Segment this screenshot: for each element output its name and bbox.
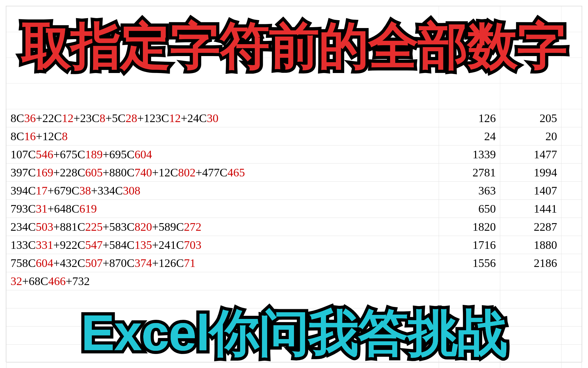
formula-red-segment: 12 (62, 112, 74, 125)
formula-red-segment: 8 (99, 112, 105, 125)
formula-red-segment: 546 (36, 148, 53, 161)
result-col-2[interactable]: 1994 (500, 164, 561, 182)
formula-cell[interactable]: 133C331+922C547+584C135+241C703 (6, 236, 439, 254)
formula-red-segment: 619 (79, 202, 97, 215)
formula-red-segment: 503 (36, 220, 53, 233)
table-row: 8C36+22C12+23C8+5C28+123C12+24C30126205 (6, 109, 582, 127)
result-col-2[interactable]: 205 (500, 109, 561, 127)
result-col-2[interactable]: 1477 (500, 145, 561, 164)
formula-red-segment: 820 (134, 220, 152, 233)
trailing-cell[interactable] (561, 164, 582, 182)
formula-cell[interactable]: 8C16+12C8 (6, 127, 439, 145)
formula-black-segment: +881C (53, 220, 85, 233)
formula-black-segment: 133C (10, 238, 36, 251)
formula-cell[interactable]: 397C169+228C605+880C740+12C802+477C465 (6, 164, 439, 182)
formula-red-segment: 604 (36, 256, 53, 270)
formula-cell[interactable]: 8C36+22C12+23C8+5C28+123C12+24C30 (6, 109, 439, 127)
result-col-1[interactable]: 1820 (439, 218, 500, 236)
formula-black-segment: +589C (152, 220, 184, 233)
formula-red-segment: 547 (85, 238, 103, 251)
formula-black-segment: +5C (105, 112, 125, 125)
result-col-1[interactable]: 1339 (439, 145, 500, 164)
formula-black-segment: +679C (48, 184, 79, 197)
trailing-cell[interactable] (561, 109, 582, 127)
formula-black-segment: +922C (53, 238, 85, 251)
formula-black-segment: 8C (10, 130, 24, 143)
trailing-cell[interactable] (561, 200, 582, 218)
table-row: 234C503+881C225+583C820+589C27218202287 (6, 218, 582, 236)
formula-black-segment: +870C (103, 256, 134, 270)
result-col-1[interactable]: 1716 (439, 236, 500, 254)
result-col-1[interactable]: 1556 (439, 254, 500, 272)
table-row: 32+68C466+732 (6, 272, 582, 290)
trailing-cell[interactable] (561, 236, 582, 254)
formula-black-segment: +12C (152, 166, 178, 179)
formula-cell[interactable]: 107C546+675C189+695C604 (6, 145, 439, 164)
result-col-1[interactable]: 24 (439, 127, 500, 145)
formula-red-segment: 38 (79, 184, 91, 197)
formula-red-segment: 12 (169, 112, 181, 125)
formula-red-segment: 17 (36, 184, 48, 197)
formula-black-segment: +126C (152, 256, 184, 270)
formula-black-segment: +22C (36, 112, 62, 125)
result-col-1[interactable]: 650 (439, 200, 500, 218)
formula-black-segment: +334C (91, 184, 123, 197)
trailing-cell[interactable] (561, 127, 582, 145)
formula-cell[interactable]: 793C31+648C619 (6, 200, 439, 218)
formula-red-segment: 466 (48, 275, 66, 288)
formula-red-segment: 189 (85, 148, 103, 161)
result-col-1[interactable] (439, 272, 500, 290)
formula-red-segment: 604 (134, 148, 152, 161)
formula-black-segment: +675C (53, 148, 85, 161)
table-row: 8C16+12C82420 (6, 127, 582, 145)
formula-black-segment: +584C (103, 238, 134, 251)
table-row: 107C546+675C189+695C60413391477 (6, 145, 582, 164)
formula-red-segment: 605 (85, 166, 103, 179)
result-col-2[interactable]: 1407 (500, 182, 561, 200)
formula-black-segment: +123C (137, 112, 169, 125)
formula-black-segment: +23C (74, 112, 99, 125)
table-row: 793C31+648C6196501441 (6, 200, 582, 218)
formula-cell[interactable]: 758C604+432C507+870C374+126C71 (6, 254, 439, 272)
formula-black-segment: 397C (10, 166, 36, 179)
formula-red-segment: 16 (24, 130, 36, 143)
formula-cell[interactable]: 394C17+679C38+334C308 (6, 182, 439, 200)
result-col-2[interactable]: 1880 (500, 236, 561, 254)
formula-red-segment: 507 (85, 256, 103, 270)
result-col-2[interactable]: 20 (500, 127, 561, 145)
formula-black-segment: 107C (10, 148, 36, 161)
formula-red-segment: 31 (36, 202, 48, 215)
result-col-1[interactable]: 2781 (439, 164, 500, 182)
formula-black-segment: +432C (53, 256, 85, 270)
formula-black-segment: +12C (36, 130, 62, 143)
formula-black-segment: +241C (152, 238, 184, 251)
trailing-cell[interactable] (561, 218, 582, 236)
formula-red-segment: 225 (85, 220, 103, 233)
result-col-2[interactable]: 2186 (500, 254, 561, 272)
formula-cell[interactable]: 32+68C466+732 (6, 272, 439, 290)
formula-red-segment: 802 (178, 166, 195, 179)
formula-red-segment: 740 (134, 166, 152, 179)
formula-black-segment: +732 (66, 275, 90, 288)
empty-row (6, 363, 582, 368)
result-col-2[interactable]: 1441 (500, 200, 561, 218)
trailing-cell[interactable] (561, 182, 582, 200)
table-row: 394C17+679C38+334C3083631407 (6, 182, 582, 200)
trailing-cell[interactable] (561, 145, 582, 164)
result-col-1[interactable]: 363 (439, 182, 500, 200)
result-col-2[interactable]: 2287 (500, 218, 561, 236)
table-row: 758C604+432C507+870C374+126C7115562186 (6, 254, 582, 272)
formula-black-segment: +24C (181, 112, 207, 125)
formula-black-segment: 234C (10, 220, 36, 233)
formula-cell[interactable]: 234C503+881C225+583C820+589C272 (6, 218, 439, 236)
formula-black-segment: +68C (22, 275, 48, 288)
table-row: 133C331+922C547+584C135+241C70317161880 (6, 236, 582, 254)
formula-red-segment: 36 (24, 112, 36, 125)
formula-black-segment: 394C (10, 184, 36, 197)
formula-black-segment: +477C (195, 166, 227, 179)
result-col-2[interactable] (500, 272, 561, 290)
formula-red-segment: 331 (36, 238, 53, 251)
trailing-cell[interactable] (561, 272, 582, 290)
result-col-1[interactable]: 126 (439, 109, 500, 127)
trailing-cell[interactable] (561, 254, 582, 272)
